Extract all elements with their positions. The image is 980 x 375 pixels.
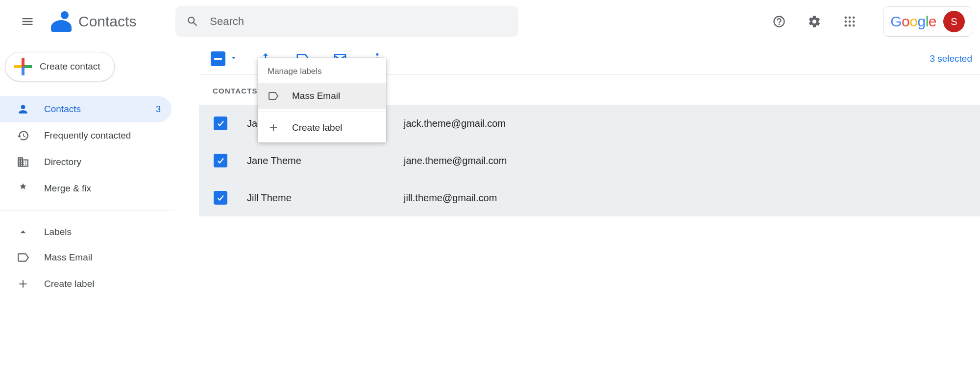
contact-email: jack.theme@gmail.com (404, 118, 506, 129)
svg-point-7 (849, 24, 851, 27)
nav-label: Directory (44, 157, 161, 167)
nav-item-directory[interactable]: Directory (0, 149, 172, 175)
chevron-up-icon (17, 226, 29, 238)
check-icon (216, 156, 225, 165)
svg-point-5 (853, 21, 855, 23)
nav-label: Contacts (44, 104, 141, 115)
svg-point-1 (849, 17, 851, 19)
body: Create contact Contacts 3 Frequently con… (0, 43, 980, 297)
create-contact-label: Create contact (40, 61, 100, 72)
nav-list: Contacts 3 Frequently contacted Director… (0, 96, 174, 202)
label-icon (17, 251, 29, 264)
check-icon (216, 193, 225, 202)
nav-label: Mass Email (44, 252, 161, 263)
header-right: Google S (767, 6, 972, 37)
main: 3 selected CONTACTS (3) Jack Theme jack.… (174, 43, 980, 297)
indeterminate-checkbox-icon (211, 51, 225, 66)
hamburger-icon (21, 15, 34, 28)
selected-count-text: 3 selected (930, 53, 972, 64)
create-label-item[interactable]: Create label (0, 271, 172, 297)
menu-item-label: Mass Email (292, 91, 340, 101)
plus-multicolor-icon (14, 58, 32, 75)
account-block[interactable]: Google S (883, 6, 972, 37)
plus-icon (268, 122, 279, 134)
contacts-logo-icon (50, 10, 73, 33)
contact-name: Jane Theme (247, 155, 384, 166)
contact-row[interactable]: Jane Theme jane.theme@gmail.com (199, 142, 980, 179)
svg-point-8 (853, 24, 855, 27)
label-icon (268, 90, 279, 102)
main-menu-button[interactable] (16, 10, 39, 33)
svg-point-3 (845, 21, 847, 23)
menu-item-create-label[interactable]: Create label (258, 115, 386, 141)
contact-row[interactable]: Jill Theme jill.theme@gmail.com (199, 179, 980, 216)
svg-point-6 (845, 24, 847, 27)
nav-count: 3 (156, 104, 161, 115)
divider (0, 211, 174, 211)
app-title: Contacts (78, 13, 136, 30)
search-icon (186, 15, 199, 28)
nav-item-frequently-contacted[interactable]: Frequently contacted (0, 122, 172, 149)
nav-label: Merge & fix (44, 183, 161, 194)
labels-section-toggle[interactable]: Labels (0, 220, 174, 244)
menu-item-mass-email[interactable]: Mass Email (258, 83, 386, 109)
check-icon (216, 119, 225, 128)
google-logo: Google (890, 13, 936, 30)
help-icon (772, 15, 786, 28)
google-apps-button[interactable] (838, 10, 861, 33)
divider (258, 112, 386, 112)
nav-label: Create label (44, 279, 161, 289)
label-item-mass-email[interactable]: Mass Email (0, 244, 172, 271)
menu-item-label: Create label (292, 122, 342, 133)
domain-icon (17, 156, 29, 168)
svg-point-0 (845, 17, 847, 19)
contact-email: jane.theme@gmail.com (404, 155, 507, 166)
history-icon (17, 129, 29, 142)
apps-grid-icon (843, 15, 857, 28)
nav-item-merge-fix[interactable]: Merge & fix (0, 175, 172, 202)
row-checkbox[interactable] (214, 117, 227, 130)
header: Contacts Google S (0, 0, 980, 43)
app-logo[interactable]: Contacts (50, 10, 136, 33)
labels-header-text: Labels (44, 227, 72, 237)
contact-email: jill.theme@gmail.com (404, 192, 497, 204)
search-bar[interactable] (175, 6, 518, 37)
search-input[interactable] (210, 15, 508, 28)
merge-fix-icon (17, 182, 29, 195)
row-checkbox[interactable] (214, 154, 227, 167)
caret-down-icon (229, 53, 238, 62)
menu-title: Manage labels (258, 67, 386, 83)
manage-labels-menu: Manage labels Mass Email Create label (258, 58, 386, 142)
create-contact-button[interactable]: Create contact (5, 52, 115, 81)
contact-name: Jill Theme (247, 192, 384, 204)
sidebar: Create contact Contacts 3 Frequently con… (0, 43, 174, 297)
settings-button[interactable] (803, 10, 826, 33)
select-all-toggle[interactable] (211, 51, 238, 66)
svg-point-10 (376, 53, 379, 56)
plus-icon (17, 278, 29, 290)
svg-point-4 (849, 21, 851, 23)
gear-icon (808, 15, 821, 28)
help-button[interactable] (767, 10, 791, 33)
select-caret[interactable] (229, 53, 238, 65)
account-avatar[interactable]: S (943, 11, 965, 32)
nav-item-contacts[interactable]: Contacts 3 (0, 96, 172, 122)
nav-label: Frequently contacted (44, 130, 161, 141)
row-checkbox[interactable] (214, 191, 227, 205)
person-outline-icon (17, 103, 29, 116)
svg-point-2 (853, 17, 855, 19)
